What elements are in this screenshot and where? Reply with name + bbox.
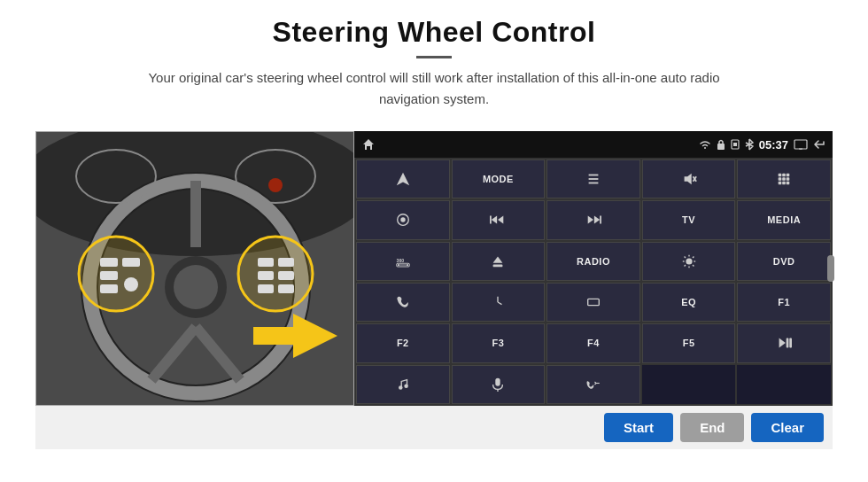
panel-btn-radio[interactable]: RADIO [546, 242, 640, 281]
status-time: 05:37 [759, 138, 788, 152]
svg-point-14 [124, 277, 138, 292]
svg-point-51 [400, 218, 405, 222]
steering-wheel-image [35, 131, 354, 406]
panel-btn-playpause[interactable] [737, 323, 831, 362]
clear-button[interactable]: Clear [751, 413, 824, 442]
svg-point-15 [238, 237, 313, 311]
svg-marker-78 [779, 338, 786, 348]
panel-btn-f1[interactable]: F1 [737, 283, 831, 322]
wifi-icon [699, 139, 711, 150]
panel-btn-eq[interactable]: EQ [642, 283, 736, 322]
back-icon [813, 139, 825, 150]
panel-btn-mute[interactable] [642, 159, 736, 198]
svg-rect-64 [493, 264, 503, 267]
svg-line-76 [498, 302, 502, 305]
svg-text:360: 360 [396, 258, 404, 263]
svg-point-62 [407, 264, 408, 266]
bottom-action-bar: Start End Clear [35, 406, 833, 449]
lock-icon [717, 139, 725, 150]
svg-rect-28 [717, 144, 725, 150]
panel-btn-navigate[interactable] [356, 159, 450, 198]
svg-rect-16 [258, 258, 274, 267]
panel-btn-f2[interactable]: F2 [356, 323, 450, 362]
svg-rect-45 [782, 177, 786, 181]
panel-btn-rewind[interactable] [452, 200, 546, 239]
panel-grid: MODE [354, 158, 833, 406]
svg-rect-18 [258, 284, 274, 293]
panel-btn-media[interactable]: MEDIA [737, 200, 831, 239]
panel-btn-volphone[interactable] [546, 365, 640, 404]
svg-marker-52 [492, 216, 497, 224]
panel-btn-360[interactable]: 360 [356, 242, 450, 281]
svg-rect-42 [782, 174, 786, 177]
svg-rect-83 [496, 378, 500, 386]
svg-line-73 [684, 265, 685, 266]
panel-btn-empty1 [642, 365, 736, 404]
start-button[interactable]: Start [604, 413, 673, 442]
control-panel: 05:37 [354, 131, 833, 406]
svg-marker-63 [493, 256, 503, 262]
svg-point-82 [404, 384, 408, 388]
svg-marker-38 [684, 174, 691, 185]
svg-line-72 [693, 256, 694, 257]
panel-btn-f3[interactable]: F3 [452, 323, 546, 362]
svg-rect-48 [782, 182, 786, 185]
svg-point-8 [174, 265, 218, 309]
svg-rect-13 [122, 258, 140, 267]
svg-line-71 [693, 265, 694, 266]
svg-marker-53 [498, 216, 503, 224]
panel-btn-empty2 [737, 365, 831, 404]
svg-marker-27 [363, 139, 374, 150]
panel-btn-brightness[interactable] [642, 242, 736, 281]
svg-rect-21 [278, 284, 294, 293]
panel-btn-yelp[interactable] [452, 283, 546, 322]
title-divider [416, 56, 452, 58]
control-panel-outer: 05:37 [354, 131, 833, 406]
svg-rect-44 [779, 177, 782, 181]
panel-btn-music[interactable] [356, 365, 450, 404]
svg-rect-41 [779, 174, 782, 177]
svg-rect-80 [789, 338, 792, 348]
svg-rect-77 [588, 299, 600, 306]
svg-rect-11 [100, 271, 118, 280]
svg-marker-55 [594, 216, 600, 224]
panel-btn-phone[interactable] [356, 283, 450, 322]
home-icon [361, 137, 376, 152]
page-subtitle: Your original car's steering wheel contr… [124, 67, 744, 110]
panel-btn-list[interactable] [546, 159, 640, 198]
panel-btn-dvd[interactable]: DVD [737, 242, 831, 281]
end-button[interactable]: End [680, 413, 744, 442]
svg-point-81 [399, 385, 403, 390]
scroll-indicator[interactable] [827, 255, 834, 282]
svg-marker-56 [588, 216, 593, 224]
svg-rect-12 [100, 284, 118, 293]
svg-point-65 [686, 258, 692, 264]
panel-btn-f4[interactable]: F4 [546, 323, 640, 362]
svg-rect-49 [787, 182, 790, 185]
panel-btn-settings[interactable] [356, 200, 450, 239]
svg-rect-79 [787, 338, 789, 348]
svg-rect-30 [733, 143, 737, 146]
svg-rect-46 [787, 177, 790, 181]
svg-rect-19 [278, 258, 294, 267]
panel-btn-fastforward[interactable] [546, 200, 640, 239]
svg-marker-34 [397, 173, 409, 185]
screen-icon [794, 139, 808, 150]
panel-btn-apps[interactable] [737, 159, 831, 198]
status-left [361, 137, 376, 152]
svg-rect-17 [258, 271, 274, 280]
svg-rect-43 [787, 174, 790, 177]
panel-btn-f5[interactable]: F5 [642, 323, 736, 362]
svg-point-61 [397, 264, 399, 266]
svg-point-26 [268, 178, 283, 192]
svg-line-70 [684, 256, 685, 257]
panel-btn-rectangle[interactable] [546, 283, 640, 322]
panel-btn-tv[interactable]: TV [642, 200, 736, 239]
panel-btn-mode[interactable]: MODE [452, 159, 546, 198]
content-row: 05:37 [35, 131, 833, 406]
svg-rect-10 [100, 258, 118, 267]
panel-btn-eject[interactable] [452, 242, 546, 281]
svg-rect-47 [779, 182, 782, 185]
panel-btn-mic[interactable] [452, 365, 546, 404]
svg-rect-31 [794, 140, 807, 149]
